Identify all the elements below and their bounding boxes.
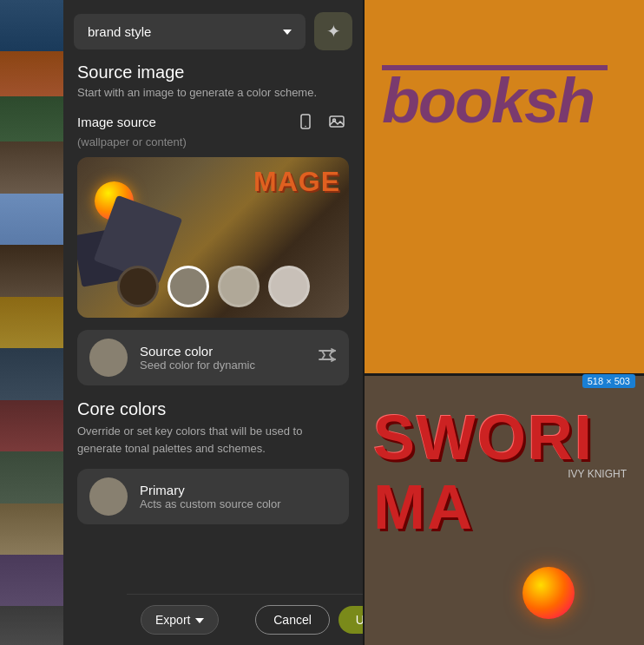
source-color-label: Source color <box>140 344 306 359</box>
magic-icon: ✦ <box>326 21 341 42</box>
export-button[interactable]: Export <box>141 605 219 635</box>
primary-color-circle[interactable] <box>89 477 128 516</box>
primary-color-info: Primary Acts as custom source color <box>140 483 337 510</box>
dropdown-chevron-icon <box>283 23 292 41</box>
color-swatches <box>77 266 349 307</box>
by-knight-text: IVY KNIGHT <box>568 467 627 482</box>
sword-text: SWORI <box>373 402 594 473</box>
image-source-icons <box>293 109 349 134</box>
wallpaper-label: (wallpaper or content) <box>77 135 349 148</box>
bg-top-image: booksh <box>365 0 644 373</box>
image-preview: MAGE <box>77 157 349 318</box>
source-image-title: Source image <box>77 63 349 82</box>
source-color-description: Seed color for dynamic <box>140 359 306 372</box>
main-panel: brand style ✦ Source image Start with an… <box>63 0 363 645</box>
brand-style-label: brand style <box>88 24 151 39</box>
update-button[interactable]: Update <box>338 606 363 634</box>
bottom-bar: Export Cancel Update <box>127 594 363 645</box>
background-right: booksh 518 × 503 SWORI MA IVY KNIGHT <box>365 0 644 645</box>
phone-icon[interactable] <box>293 109 318 134</box>
brand-style-dropdown[interactable]: brand style <box>74 14 306 49</box>
image-icon[interactable] <box>325 109 349 134</box>
source-color-row: Source color Seed color for dynamic <box>77 330 349 385</box>
svg-point-1 <box>305 126 306 128</box>
shuffle-icon[interactable] <box>318 346 337 370</box>
swatch-1[interactable] <box>117 266 159 307</box>
magic-button[interactable]: ✦ <box>314 12 352 50</box>
booksh-text: booksh <box>382 69 594 132</box>
cancel-button[interactable]: Cancel <box>255 605 330 635</box>
mage-text-overlay: MAGE <box>253 166 340 198</box>
swatch-3[interactable] <box>218 266 260 307</box>
swatch-2[interactable] <box>168 266 209 307</box>
export-chevron-icon <box>195 613 204 627</box>
source-color-info: Source color Seed color for dynamic <box>140 344 306 372</box>
header-bar: brand style ✦ <box>63 0 363 63</box>
image-source-row: Image source <box>77 109 349 134</box>
bg-bottom-image: SWORI MA IVY KNIGHT <box>365 376 644 645</box>
size-badge: 518 × 503 <box>582 374 635 388</box>
primary-color-row: Primary Acts as custom source color <box>77 469 349 524</box>
orb-decoration <box>522 567 575 619</box>
svg-rect-2 <box>330 116 344 127</box>
source-image-subtitle: Start with an image to generate a color … <box>77 86 349 99</box>
core-colors-title: Core colors <box>77 399 349 419</box>
ma-text: MA <box>373 471 474 543</box>
source-color-circle[interactable] <box>89 339 128 377</box>
export-label: Export <box>155 613 190 627</box>
swatch-4[interactable] <box>268 266 310 307</box>
primary-color-description: Acts as custom source color <box>140 497 337 510</box>
source-image-section: Source image Start with an image to gene… <box>63 63 363 552</box>
primary-color-label: Primary <box>140 483 337 497</box>
image-source-label: Image source <box>77 115 156 129</box>
core-colors-subtitle: Override or set key colors that will be … <box>77 423 349 457</box>
bookshelf-sidebar <box>0 0 63 645</box>
